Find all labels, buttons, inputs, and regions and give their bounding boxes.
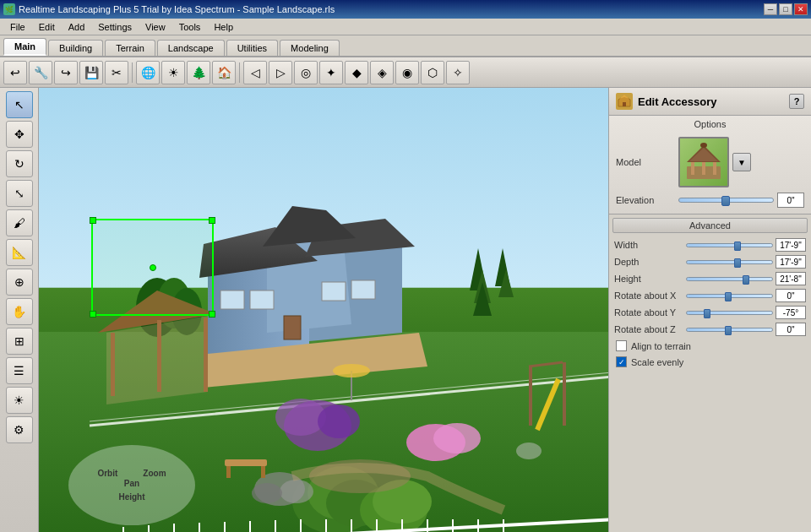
advanced-section: Advanced Width 17'-9" Depth 17'-9" Heigh… [609,214,811,532]
toolbar-sep-2 [239,62,240,83]
sidebar-tool-pan[interactable]: ✋ [6,298,33,325]
toolbar-btn-star1[interactable]: ✦ [319,61,343,84]
svg-point-78 [700,143,707,148]
toolbar-btn-next[interactable]: ▷ [269,61,292,84]
align-terrain-row: Align to terrain [612,338,808,354]
model-dropdown[interactable]: ▼ [732,153,751,171]
rotate-y-row: Rotate about Y -75° [612,304,808,321]
edit-header-title: Edit Accessory [638,95,784,108]
tab-terrain[interactable]: Terrain [105,40,155,56]
svg-rect-76 [702,162,705,175]
elevation-slider[interactable] [678,198,774,203]
elevation-value[interactable]: 0" [777,193,804,208]
rotate-y-slider[interactable] [686,311,773,315]
menu-add[interactable]: Add [62,20,92,34]
tab-main[interactable]: Main [3,38,46,56]
toolbar-btn-orbit[interactable]: ↩ [3,61,27,84]
align-terrain-checkbox[interactable] [616,340,627,351]
menu-view[interactable]: View [139,20,172,34]
tab-utilities[interactable]: Utilities [226,40,278,56]
svg-rect-44 [157,320,161,392]
model-preview[interactable] [678,137,729,187]
svg-rect-71 [623,102,626,106]
svg-point-36 [252,483,282,503]
svg-rect-12 [322,282,346,301]
sidebar-tool-move[interactable]: ✥ [6,121,33,148]
width-value[interactable]: 17'-9" [776,238,806,252]
viewport-scene: Orbit Zoom Pan Height [39,88,608,532]
sidebar-tool-layer[interactable]: ☰ [6,357,33,384]
menu-settings[interactable]: Settings [91,20,139,34]
tab-landscape[interactable]: Landscape [157,40,225,56]
svg-rect-43 [111,333,115,396]
toolbar-btn-prev[interactable]: ◁ [243,61,267,84]
sidebar-tool-orbit[interactable]: ⊕ [6,269,33,296]
height-row: Height 21'-8" [612,270,808,287]
height-value[interactable]: 21'-8" [776,272,806,285]
rotate-x-value[interactable]: 0" [776,289,806,302]
scale-evenly-row: ✓ Scale evenly [612,354,808,370]
elevation-label: Elevation [616,195,675,205]
tab-building[interactable]: Building [48,40,103,56]
sidebar-tool-sun[interactable]: ☀ [6,387,33,414]
sidebar-tool-measure[interactable]: 📐 [6,239,33,266]
pan-label[interactable]: Pan [124,479,139,488]
close-button[interactable]: ✕ [794,3,808,15]
scale-evenly-checkbox[interactable]: ✓ [616,356,627,367]
menu-edit[interactable]: Edit [32,20,62,34]
rotate-y-label: Rotate about Y [614,307,683,318]
toolbar-btn-star2[interactable]: ✧ [446,61,470,84]
options-section: Options Model ▼ [609,116,811,214]
toolbar-btn-undo[interactable]: ↪ [54,61,78,84]
depth-value[interactable]: 17'-9" [776,255,806,269]
svg-rect-75 [691,162,694,175]
width-slider[interactable] [686,243,773,247]
svg-rect-14 [284,316,301,339]
zoom-label[interactable]: Zoom [143,469,166,478]
titlebar-controls[interactable]: ─ □ ✕ [764,3,808,15]
toolbar-btn-circle2[interactable]: ◉ [395,61,419,84]
model-label: Model [616,157,675,167]
viewport[interactable]: Orbit Zoom Pan Height [39,88,608,532]
svg-rect-65 [225,459,267,466]
toolbar-btn-globe[interactable]: 🌐 [136,61,160,84]
titlebar-left: 🌿 Realtime Landscaping Plus 5 Trial by I… [3,3,335,15]
toolbar-btn-save[interactable]: 💾 [79,61,103,84]
toolbar-btn-wrench[interactable]: 🔧 [29,61,52,84]
toolbar-btn-hex[interactable]: ⬡ [421,61,444,84]
toolbar-btn-target[interactable]: ◎ [294,61,318,84]
sidebar-tool-rotate[interactable]: ↻ [6,150,33,177]
depth-slider[interactable] [686,260,773,264]
rotate-z-value[interactable]: 0" [776,323,806,336]
toolbar-btn-house[interactable]: 🏠 [212,61,236,84]
menu-file[interactable]: File [3,20,32,34]
toolbar-btn-tree[interactable]: 🌲 [187,61,210,84]
orbit-label[interactable]: Orbit [97,469,117,478]
toolbar-btn-diamond[interactable]: ◆ [345,61,368,84]
sidebar-tool-zoom[interactable]: ⊞ [6,328,33,355]
height-slider[interactable] [686,277,773,281]
svg-rect-38 [563,362,566,426]
svg-line-40 [537,379,558,430]
rotate-x-slider[interactable] [686,294,773,298]
sidebar-tool-scale[interactable]: ⤡ [6,180,33,207]
menu-help[interactable]: Help [207,20,240,34]
help-button[interactable]: ? [789,94,804,109]
height-nav-label[interactable]: Height [118,492,144,502]
minimize-button[interactable]: ─ [764,3,777,15]
menu-tools[interactable]: Tools [172,20,208,34]
toolbar-btn-sun[interactable]: ☀ [161,61,185,84]
rotate-y-value[interactable]: -75° [776,306,806,319]
navigation-overlay[interactable]: Orbit Zoom Pan Height [68,445,195,525]
maximize-button[interactable]: □ [779,3,792,15]
app-title: Realtime Landscaping Plus 5 Trial by Ide… [19,4,335,14]
sidebar-tool-paint[interactable]: 🖌 [6,209,33,236]
rotate-z-slider[interactable] [686,328,773,332]
sidebar-tool-select[interactable]: ↖ [6,91,33,118]
tab-modeling[interactable]: Modeling [280,40,340,56]
toolbar-btn-diaond2[interactable]: ◈ [370,61,394,84]
sidebar-tool-settings[interactable]: ⚙ [6,416,33,443]
svg-rect-67 [261,466,265,478]
svg-line-39 [529,362,563,366]
toolbar-btn-cut[interactable]: ✂ [105,61,128,84]
